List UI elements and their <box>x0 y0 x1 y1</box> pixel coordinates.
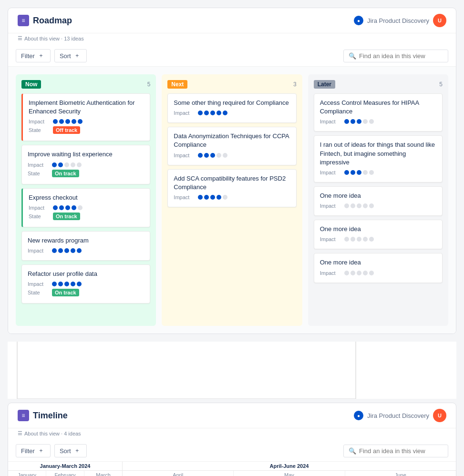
timeline-search[interactable]: 🔍 <box>343 445 448 457</box>
month-june: June <box>345 471 456 476</box>
impact-dots-4 <box>52 248 82 253</box>
month-february: February <box>46 471 84 476</box>
timeline-search-input[interactable] <box>359 447 443 455</box>
impact-dots-3 <box>53 205 82 210</box>
plus-icon-sort: + <box>73 51 82 60</box>
card-idea-2[interactable]: One more idea Impact <box>314 220 443 249</box>
search-input[interactable] <box>359 52 443 60</box>
timeline-sort-button[interactable]: Sort + <box>54 444 87 457</box>
card-express-title: Express checkout <box>29 193 144 202</box>
user-avatar[interactable]: U <box>433 14 446 27</box>
roadmap-panel: ≡ Roadmap ● Jira Product Discovery U ☰ A… <box>8 8 456 334</box>
col-next-count: 3 <box>293 81 297 88</box>
sort-button[interactable]: Sort + <box>54 49 87 62</box>
card-refactor[interactable]: Refactor user profile data Impact State … <box>21 264 150 304</box>
col-next-header: Next 3 <box>167 80 296 89</box>
month-march: March <box>84 471 122 476</box>
roadmap-view-meta: ☰ About this view · 13 ideas <box>8 33 456 45</box>
card-express-impact: Impact <box>29 205 144 211</box>
roadmap-icon: ≡ <box>18 15 29 26</box>
card-refactor-state: State On track <box>28 289 144 296</box>
card-c1-impact: Impact <box>174 110 290 116</box>
status-on-track-3: On track <box>52 289 79 296</box>
col-later-count: 5 <box>439 81 443 88</box>
card-biometric-state: State Off track <box>29 126 144 134</box>
month-january: January <box>8 471 46 476</box>
filter-button[interactable]: Filter + <box>16 49 51 62</box>
card-idea-1[interactable]: One more idea Impact <box>314 186 443 216</box>
card-idea-3[interactable]: One more idea Impact <box>314 253 443 283</box>
timeline-icon: ≡ <box>18 410 29 421</box>
card-refactor-title: Refactor user profile data <box>28 270 144 278</box>
jira-logo: ● <box>354 16 363 25</box>
impact-dots-2 <box>52 162 82 167</box>
card-idea-3-title: One more idea <box>320 258 436 267</box>
card-compliance-3[interactable]: Add SCA compatibility features for PSD2 … <box>167 169 296 207</box>
card-compliance-1[interactable]: Some other thing required for Compliance… <box>167 93 296 123</box>
months-right-group: April May June <box>123 471 456 476</box>
timeline-toolbar-left: Filter + Sort + <box>16 444 87 457</box>
timeline-filter-button[interactable]: Filter + <box>16 444 51 457</box>
connection-area <box>8 342 456 399</box>
toolbar-left: Filter + Sort + <box>16 49 87 62</box>
card-fintech-title: I ran out of ideas for things that sound… <box>320 141 436 167</box>
card-compliance-2[interactable]: Data Anonymization Techniques for CCPA C… <box>167 127 296 165</box>
card-waiting-list[interactable]: Improve waiting list experience Impact S… <box>21 145 150 184</box>
card-fintech[interactable]: I ran out of ideas for things that sound… <box>314 135 443 182</box>
impact-dots <box>53 119 82 124</box>
col-next-tag: Next <box>167 80 187 89</box>
roadmap-header: ≡ Roadmap ● Jira Product Discovery U <box>8 8 456 33</box>
card-compliance-1-title: Some other thing required for Compliance <box>174 99 290 107</box>
col-now-header: Now 5 <box>21 80 150 89</box>
month-group-headers: January-March 2024 April-June 2024 <box>8 462 456 471</box>
status-on-track-2: On track <box>53 213 80 220</box>
card-express-checkout[interactable]: Express checkout Impact State On track <box>21 188 150 227</box>
card-refactor-impact: Impact <box>28 281 144 287</box>
status-off-track: Off track <box>53 126 80 134</box>
jira-logo-2: ● <box>354 411 363 420</box>
card-hipaa[interactable]: Access Control Measures for HIPAA Compli… <box>314 93 443 132</box>
user-avatar-2[interactable]: U <box>433 409 446 422</box>
months-left-group: January February March <box>8 471 123 476</box>
card-compliance-3-title: Add SCA compatibility features for PSD2 … <box>174 174 290 192</box>
card-idea-1-title: One more idea <box>320 192 436 200</box>
timeline-view-meta: ☰ About this view · 4 ideas <box>8 428 456 440</box>
timeline-branding: ● Jira Product Discovery U <box>354 409 446 422</box>
card-c3-impact: Impact <box>174 194 290 200</box>
roadmap-title: ≡ Roadmap <box>18 15 72 26</box>
card-idea-2-title: One more idea <box>320 225 436 233</box>
q1-label: January-March 2024 <box>8 462 123 470</box>
card-c2-impact: Impact <box>174 152 290 158</box>
month-individual-headers: January February March April May June <box>8 471 456 476</box>
timeline-panel: ≡ Timeline ● Jira Product Discovery U ☰ … <box>8 403 456 476</box>
card-compliance-2-title: Data Anonymization Techniques for CCPA C… <box>174 132 290 149</box>
status-on-track-1: On track <box>52 170 79 177</box>
col-now-count: 5 <box>147 81 151 88</box>
card-express-state: State On track <box>29 213 144 220</box>
q2-label: April-June 2024 <box>123 462 456 470</box>
column-now: Now 5 Implement Biometric Authentication… <box>16 74 156 326</box>
card-hipaa-title: Access Control Measures for HIPAA Compli… <box>320 99 436 116</box>
card-biometric-title: Implement Biometric Authentication for E… <box>29 99 144 116</box>
timeline-toolbar: Filter + Sort + 🔍 <box>8 440 456 462</box>
search-icon-2: 🔍 <box>349 447 356 455</box>
card-biometric[interactable]: Implement Biometric Authentication for E… <box>21 93 150 141</box>
month-april: April <box>123 471 234 476</box>
board-container: Now 5 Implement Biometric Authentication… <box>8 67 456 334</box>
card-rewards[interactable]: New rewards program Impact <box>21 231 150 261</box>
plus-icon-filter: + <box>37 446 45 455</box>
card-rewards-title: New rewards program <box>28 236 144 245</box>
card-waiting-title: Improve waiting list experience <box>28 150 144 159</box>
column-next: Next 3 Some other thing required for Com… <box>162 74 302 326</box>
card-waiting-state: State On track <box>28 170 144 177</box>
col-later-header: Later 5 <box>314 80 443 89</box>
roadmap-search[interactable]: 🔍 <box>343 50 448 62</box>
column-later: Later 5 Access Control Measures for HIPA… <box>308 74 448 326</box>
impact-dots-5 <box>52 282 82 286</box>
plus-icon: + <box>37 51 45 60</box>
plus-icon-sort-2: + <box>73 446 82 455</box>
timeline-header: ≡ Timeline ● Jira Product Discovery U <box>8 403 456 428</box>
month-may: May <box>234 471 345 476</box>
branding-area: ● Jira Product Discovery U <box>354 14 446 27</box>
timeline-title: ≡ Timeline <box>18 410 68 421</box>
